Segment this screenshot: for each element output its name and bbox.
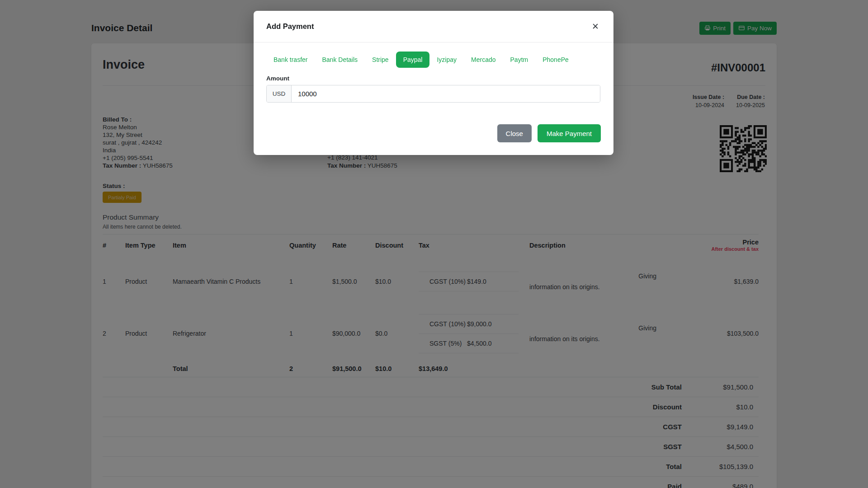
currency-prefix: USD bbox=[267, 85, 292, 102]
tab-iyzipay[interactable]: Iyzipay bbox=[429, 52, 464, 68]
tab-bank-details[interactable]: Bank Details bbox=[315, 52, 365, 68]
tab-bank-trasfer[interactable]: Bank trasfer bbox=[266, 52, 315, 68]
amount-label: Amount bbox=[266, 75, 601, 82]
tab-mercado[interactable]: Mercado bbox=[464, 52, 503, 68]
modal-header: Add Payment ✕ bbox=[254, 11, 613, 42]
tab-stripe[interactable]: Stripe bbox=[365, 52, 396, 68]
modal-close-button[interactable]: Close bbox=[497, 124, 532, 142]
tab-phonepe[interactable]: PhonePe bbox=[535, 52, 576, 68]
modal-body: Bank trasferBank DetailsStripePaypalIyzi… bbox=[254, 42, 613, 103]
tab-paytm[interactable]: Paytm bbox=[503, 52, 536, 68]
payment-method-tabs: Bank trasferBank DetailsStripePaypalIyzi… bbox=[266, 52, 601, 68]
amount-input[interactable] bbox=[292, 85, 600, 102]
modal-footer: Close Make Payment bbox=[497, 124, 601, 142]
modal-title: Add Payment bbox=[266, 22, 314, 31]
add-payment-modal: Add Payment ✕ Bank trasferBank DetailsSt… bbox=[254, 11, 613, 155]
tab-paypal[interactable]: Paypal bbox=[396, 52, 430, 68]
make-payment-button[interactable]: Make Payment bbox=[538, 124, 601, 142]
amount-input-group: USD bbox=[266, 85, 600, 103]
close-icon[interactable]: ✕ bbox=[590, 20, 601, 33]
